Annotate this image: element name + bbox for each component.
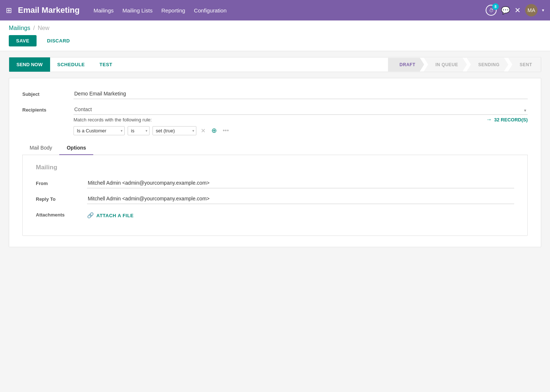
nav-reporting[interactable]: Reporting bbox=[161, 7, 185, 14]
reply-to-field bbox=[87, 194, 514, 204]
from-field bbox=[87, 178, 514, 188]
attach-label: ATTACH A FILE bbox=[97, 213, 134, 218]
filter-add-button[interactable]: ⊕ bbox=[210, 126, 218, 135]
attachments-row: Attachments 🔗 ATTACH A FILE bbox=[36, 210, 514, 221]
records-arrow-icon: → bbox=[486, 116, 492, 123]
close-icon[interactable]: ✕ bbox=[515, 6, 521, 15]
stage-draft[interactable]: DRAFT bbox=[388, 58, 424, 72]
recipients-label: Recipients bbox=[22, 105, 74, 113]
mailing-section-title: Mailing bbox=[36, 164, 514, 171]
schedule-button[interactable]: SCHEDULE bbox=[50, 57, 93, 72]
nav-links: Mailings Mailing Lists Reporting Configu… bbox=[94, 7, 483, 14]
filter-match-text: Match records with the following rule: bbox=[74, 117, 486, 122]
recipients-field: Contact ▾ Match records with the followi… bbox=[74, 105, 528, 135]
tab-mail-body[interactable]: Mail Body bbox=[22, 141, 59, 155]
from-input[interactable] bbox=[87, 178, 514, 188]
filter-field-select[interactable]: Is a Customer bbox=[74, 126, 125, 135]
save-button[interactable]: SAVE bbox=[9, 35, 37, 46]
subject-field bbox=[74, 89, 528, 99]
notification-badge[interactable]: ⏱ 8 bbox=[486, 5, 497, 16]
reply-to-input[interactable] bbox=[87, 194, 514, 204]
nav-mailings[interactable]: Mailings bbox=[94, 7, 114, 14]
filter-field-wrap: Is a Customer ▾ bbox=[74, 126, 125, 135]
filter-more-button[interactable]: ••• bbox=[221, 127, 230, 135]
filter-value-select[interactable]: set (true) bbox=[152, 126, 196, 135]
filter-match-row: Match records with the following rule: →… bbox=[74, 116, 528, 123]
attach-icon: 🔗 bbox=[87, 212, 94, 219]
nav-mailing-lists[interactable]: Mailing Lists bbox=[123, 7, 153, 14]
filter-remove-button[interactable]: ✕ bbox=[199, 127, 207, 135]
avatar[interactable]: MA bbox=[525, 4, 538, 16]
recipients-row: Recipients Contact ▾ Match records with … bbox=[22, 105, 528, 135]
chat-icon[interactable]: 💬 bbox=[501, 6, 510, 15]
discard-button[interactable]: DISCARD bbox=[41, 35, 76, 46]
subheader: Mailings / New SAVE DISCARD bbox=[0, 20, 550, 51]
topnav-right: ⏱ 8 💬 ✕ MA ▾ bbox=[486, 4, 544, 16]
action-bar: SAVE DISCARD bbox=[9, 35, 541, 51]
reply-to-row: Reply To bbox=[36, 194, 514, 204]
records-count: 32 RECORD(S) bbox=[494, 117, 528, 122]
breadcrumb-parent[interactable]: Mailings bbox=[9, 25, 30, 31]
workflow-bar: SEND NOW SCHEDULE TEST DRAFT IN QUEUE SE… bbox=[9, 57, 541, 72]
avatar-dropdown-icon[interactable]: ▾ bbox=[542, 8, 544, 13]
options-card: Mailing From Reply To Attachments bbox=[22, 155, 528, 236]
subject-label: Subject bbox=[22, 89, 74, 97]
app-title: Email Marketing bbox=[18, 5, 80, 15]
records-link[interactable]: → 32 RECORD(S) bbox=[486, 116, 528, 123]
subject-row: Subject bbox=[22, 89, 528, 99]
filter-rule-row: Is a Customer ▾ is ▾ set (tr bbox=[74, 126, 528, 135]
send-now-button[interactable]: SEND NOW bbox=[9, 57, 50, 72]
filter-val-wrap: set (true) ▾ bbox=[152, 126, 196, 135]
top-navigation: ⊞ Email Marketing Mailings Mailing Lists… bbox=[0, 0, 550, 20]
attach-file-button[interactable]: 🔗 ATTACH A FILE bbox=[87, 210, 133, 221]
grid-icon[interactable]: ⊞ bbox=[6, 6, 12, 15]
workflow-stages: DRAFT IN QUEUE SENDING SENT bbox=[388, 58, 541, 72]
stage-sent[interactable]: SENT bbox=[508, 58, 541, 72]
breadcrumb: Mailings / New bbox=[9, 25, 541, 31]
nav-configuration[interactable]: Configuration bbox=[194, 7, 226, 14]
filter-operator-select[interactable]: is bbox=[128, 126, 150, 135]
test-button[interactable]: TEST bbox=[92, 57, 120, 72]
breadcrumb-current: New bbox=[38, 25, 49, 31]
from-row: From bbox=[36, 178, 514, 188]
tab-options[interactable]: Options bbox=[59, 141, 93, 155]
form-card: Subject Recipients Contact ▾ Match recor… bbox=[9, 78, 541, 247]
recipients-select[interactable]: Contact bbox=[74, 105, 528, 115]
breadcrumb-separator: / bbox=[33, 25, 35, 31]
filter-op-wrap: is ▾ bbox=[128, 126, 150, 135]
reply-to-label: Reply To bbox=[36, 194, 87, 202]
stage-in-queue[interactable]: IN QUEUE bbox=[424, 58, 467, 72]
tabs-bar: Mail Body Options bbox=[22, 141, 528, 155]
stage-sending[interactable]: SENDING bbox=[467, 58, 508, 72]
badge-count: 8 bbox=[492, 3, 499, 10]
from-label: From bbox=[36, 178, 87, 186]
attachments-field: 🔗 ATTACH A FILE bbox=[87, 210, 514, 221]
filter-section: Match records with the following rule: →… bbox=[74, 116, 528, 135]
attachments-label: Attachments bbox=[36, 210, 87, 218]
main-content: SEND NOW SCHEDULE TEST DRAFT IN QUEUE SE… bbox=[0, 51, 550, 259]
subject-input[interactable] bbox=[74, 89, 528, 99]
